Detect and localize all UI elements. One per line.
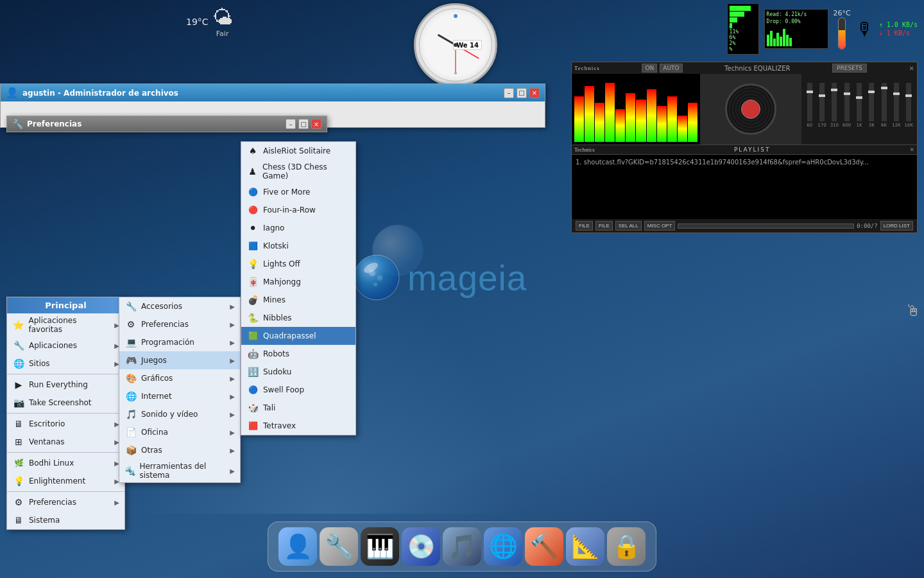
- btn-file2[interactable]: FILE: [595, 221, 613, 231]
- eq-slider-2[interactable]: [819, 83, 825, 121]
- menu-item-graficos[interactable]: 🎨 Gráficos ▶: [119, 369, 240, 387]
- game-klotski[interactable]: 🟦 Klotski: [241, 237, 355, 255]
- menu-item-oficina[interactable]: 📄 Oficina ▶: [119, 423, 240, 441]
- eq-band-6[interactable]: 3K: [866, 76, 877, 128]
- game-lights-off[interactable]: 💡 Lights Off: [241, 255, 355, 273]
- game-chess[interactable]: ♟ Chess (3D Chess Game): [241, 160, 355, 183]
- prefs-maximize-button[interactable]: □: [298, 119, 309, 129]
- eq-slider-4[interactable]: [844, 83, 850, 121]
- btn-presets[interactable]: PRESETS: [832, 64, 867, 73]
- dock-item-tools[interactable]: 🔧: [320, 527, 358, 566]
- menu-item-enlightenment[interactable]: 💡 Enlightenment ▶: [7, 472, 124, 490]
- game-five-or-more[interactable]: 🔵 Five or More: [241, 183, 355, 201]
- player-close-button[interactable]: ✕: [909, 65, 914, 72]
- eq-band-2[interactable]: 170: [816, 76, 827, 128]
- eq-slider-8[interactable]: [894, 83, 899, 121]
- music-player[interactable]: Technics ON AUTO Technics EQUALIZER PRES…: [571, 62, 918, 233]
- application-dock[interactable]: 👤 🔧 🎹 💿 🎵 🌐 🔨 📐 🔒: [268, 521, 656, 572]
- btn-misc[interactable]: MISC OPT: [644, 221, 676, 231]
- game-tali[interactable]: 🎲 Tali: [241, 399, 355, 417]
- game-robots[interactable]: 🤖 Robots: [241, 345, 355, 363]
- menu-item-windows[interactable]: ⊞ Ventanas ▶: [7, 433, 124, 451]
- eq-slider-7[interactable]: [882, 83, 887, 121]
- prefs-titlebar-buttons[interactable]: – □ ×: [286, 119, 321, 129]
- game-tetravex[interactable]: 🟥 Tetravex: [241, 417, 355, 435]
- eq-handle-7[interactable]: [881, 87, 887, 89]
- playlist-item-1[interactable]: 1. shoutcast.flv?GKID=b71815426c4311e1b9…: [574, 157, 914, 167]
- eq-band-8[interactable]: 12K: [891, 76, 902, 128]
- eq-handle-8[interactable]: [893, 92, 900, 95]
- menu-item-fav-apps[interactable]: ⭐ Aplicaciones favoritas ▶: [7, 313, 124, 337]
- menu-item-bodhi[interactable]: 🌿 Bodhi Linux ▶: [7, 454, 124, 472]
- btn-file[interactable]: FILE: [576, 221, 593, 231]
- eq-handle-3[interactable]: [831, 89, 837, 91]
- menu-item-internet[interactable]: 🌐 Internet ▶: [119, 387, 240, 405]
- eq-slider-3[interactable]: [832, 83, 837, 121]
- equalizer-panel[interactable]: 60 170 310: [801, 74, 917, 144]
- btn-all[interactable]: SEL ALL: [615, 221, 642, 231]
- titlebar-buttons[interactable]: – □ ×: [504, 88, 540, 98]
- eq-band-7[interactable]: 6K: [878, 76, 889, 128]
- eq-slider-9[interactable]: [906, 83, 911, 121]
- eq-handle-6[interactable]: [868, 91, 875, 93]
- eq-band-5[interactable]: 1K: [853, 76, 864, 128]
- menu-item-preferencias[interactable]: ⚙ Preferencias ▶: [119, 315, 240, 333]
- dock-item-piano[interactable]: 🎹: [361, 527, 399, 566]
- menu-item-prefs[interactable]: ⚙ Preferencias ▶: [7, 493, 124, 511]
- eq-slider-6[interactable]: [869, 83, 874, 121]
- game-aisleriot[interactable]: ♠ AisleRiot Solitaire: [241, 142, 355, 160]
- menu-item-herramientas[interactable]: 🔩 Herramientas del sistema ▶: [119, 459, 240, 482]
- dock-item-media[interactable]: 🎵: [443, 527, 481, 566]
- menu-item-screenshot[interactable]: 📷 Take Screenshot: [7, 394, 124, 412]
- menu-item-sonido[interactable]: 🎵 Sonido y vídeo ▶: [119, 405, 240, 423]
- menu-item-system[interactable]: 🖥 Sistema: [7, 511, 124, 529]
- games-submenu[interactable]: ♠ AisleRiot Solitaire ♟ Chess (3D Chess …: [241, 141, 356, 435]
- start-menu[interactable]: Principal ⭐ Aplicaciones favoritas ▶ 🔧 A…: [6, 297, 125, 530]
- dock-item-files[interactable]: 👤: [278, 527, 317, 566]
- dock-item-browser[interactable]: 🌐: [484, 527, 522, 566]
- game-quadrapassel[interactable]: 🟩 Quadrapassel: [241, 327, 355, 345]
- close-button[interactable]: ×: [529, 88, 540, 98]
- menu-item-accesorios[interactable]: 🔧 Accesorios ▶: [119, 297, 240, 315]
- btn-on[interactable]: ON: [642, 64, 657, 73]
- menu-item-run[interactable]: ▶ Run Everything: [7, 376, 124, 394]
- prefs-minimize-button[interactable]: –: [286, 119, 296, 129]
- btn-lord[interactable]: LORD LIST: [880, 221, 913, 231]
- game-mahjongg[interactable]: 🀄 Mahjongg: [241, 273, 355, 291]
- eq-slider-5[interactable]: [857, 83, 862, 121]
- menu-item-apps[interactable]: 🔧 Aplicaciones ▶: [7, 337, 124, 355]
- btn-auto[interactable]: AUTO: [660, 64, 682, 73]
- menu-item-desktop[interactable]: 🖥 Escritorio ▶: [7, 415, 124, 433]
- apps-submenu[interactable]: 🔧 Accesorios ▶ ⚙ Preferencias ▶ 💻 Progra…: [119, 297, 241, 483]
- playback-progress[interactable]: [678, 223, 854, 229]
- eq-band-4[interactable]: 600: [841, 76, 852, 128]
- maximize-button[interactable]: □: [517, 88, 527, 98]
- minimize-button[interactable]: –: [504, 88, 514, 98]
- dock-item-appstore[interactable]: 🔨: [525, 527, 563, 566]
- game-mines[interactable]: 💣 Mines: [241, 291, 355, 309]
- eq-handle-9[interactable]: [905, 94, 912, 97]
- game-iagno[interactable]: ⚫ Iagno: [241, 219, 355, 237]
- eq-slider-1[interactable]: [807, 83, 812, 121]
- eq-handle-2[interactable]: [819, 94, 825, 97]
- menu-item-programacion[interactable]: 💻 Programación ▶: [119, 333, 240, 351]
- game-swell-foop[interactable]: 🔵 Swell Foop: [241, 381, 355, 399]
- game-nibbles[interactable]: 🐍 Nibbles: [241, 309, 355, 327]
- prefs-close-button[interactable]: ×: [311, 119, 321, 129]
- eq-band-9[interactable]: 16K: [903, 76, 914, 128]
- eq-handle-4[interactable]: [844, 92, 850, 95]
- eq-band-1[interactable]: 60: [804, 76, 815, 128]
- dock-item-music[interactable]: 💿: [402, 527, 440, 566]
- eq-band-3[interactable]: 310: [829, 76, 840, 128]
- menu-item-sites[interactable]: 🌐 Sitios ▶: [7, 355, 124, 372]
- menu-item-juegos[interactable]: 🎮 Juegos ▶: [119, 351, 240, 369]
- dock-item-code[interactable]: 📐: [566, 527, 604, 566]
- dock-item-lock[interactable]: 🔒: [607, 527, 646, 566]
- playlist-close-btn[interactable]: ✕: [909, 146, 914, 153]
- eq-handle-1[interactable]: [807, 91, 813, 93]
- menu-item-otras[interactable]: 📦 Otras ▶: [119, 441, 240, 459]
- preferences-window[interactable]: 🔧 Preferencias – □ ×: [6, 116, 327, 132]
- player-controls-top[interactable]: ON AUTO: [642, 64, 682, 73]
- game-four-in-row[interactable]: 🔴 Four-in-a-Row: [241, 201, 355, 219]
- game-sudoku[interactable]: 🔢 Sudoku: [241, 363, 355, 381]
